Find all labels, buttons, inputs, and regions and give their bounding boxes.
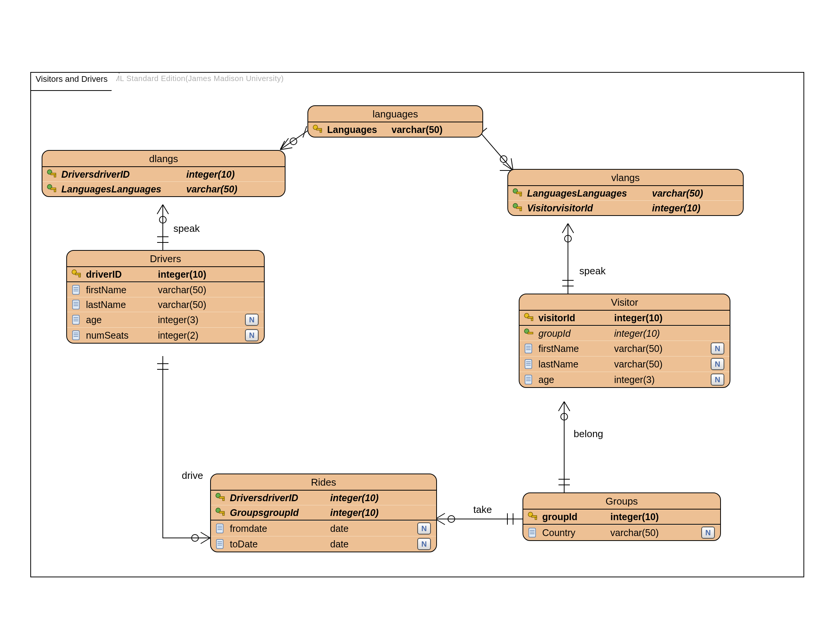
svg-rect-76 — [217, 524, 224, 533]
column-name: toDate — [230, 539, 330, 550]
column-type: integer(10) — [186, 169, 280, 180]
column-type: date — [330, 523, 413, 534]
column-icon — [523, 358, 535, 370]
foreign-key-icon — [215, 507, 226, 518]
column-type: integer(10) — [330, 507, 431, 518]
entity-vlangs[interactable]: vlangs LanguagesLanguages varchar(50) Vi… — [507, 169, 744, 216]
nullable-badge: N — [245, 329, 259, 341]
column-icon — [71, 314, 82, 325]
svg-rect-72 — [223, 499, 225, 501]
entity-rows: visitorId integer(10) groupId integer(10… — [519, 311, 730, 387]
entity-rows: DriversdriverID integer(10) LanguagesLan… — [42, 167, 285, 196]
column-name: LanguagesLanguages — [527, 188, 652, 199]
entity-title: dlangs — [42, 151, 285, 167]
nullable-badge: N — [711, 374, 724, 386]
column-name: DriversdriverID — [61, 169, 186, 180]
rel-label-belong: belong — [574, 428, 603, 440]
column-type: integer(10) — [610, 511, 715, 522]
foreign-key-icon — [46, 169, 58, 180]
entity-title: Drivers — [67, 251, 264, 267]
entity-drivers[interactable]: Drivers driverID integer(10) firstName v… — [66, 250, 265, 344]
primary-key-icon — [71, 269, 82, 280]
primary-key-icon — [527, 511, 539, 522]
svg-rect-62 — [525, 359, 532, 369]
svg-rect-41 — [73, 300, 79, 309]
entity-title: Rides — [211, 474, 436, 491]
nullable-badge: N — [417, 538, 431, 550]
column-name: Languages — [327, 124, 391, 135]
column-name: firstName — [539, 343, 614, 354]
entity-dlangs[interactable]: dlangs DriversdriverID integer(10) Langu… — [42, 150, 286, 197]
column-type: varchar(50) — [614, 343, 707, 354]
table-row: age integer(3) N — [519, 372, 730, 387]
column-name: groupId — [542, 511, 610, 522]
column-name: age — [86, 314, 158, 325]
table-row: age integer(3) N — [67, 312, 264, 327]
table-row: Languages varchar(50) — [308, 122, 482, 137]
svg-rect-87 — [529, 528, 536, 537]
column-name: VisitorvisitorId — [527, 203, 652, 214]
entity-title: languages — [308, 106, 482, 122]
rel-label-drive: drive — [182, 470, 203, 481]
column-icon — [215, 523, 226, 534]
entity-rows: groupId integer(10) Country varchar(50) … — [523, 510, 720, 540]
column-type: varchar(50) — [391, 124, 477, 135]
column-name: lastName — [539, 359, 614, 370]
column-name: groupId — [539, 328, 614, 339]
column-type: integer(10) — [652, 203, 738, 214]
foreign-key-icon — [512, 202, 523, 214]
foreign-key-icon — [215, 492, 226, 504]
table-row: driverID integer(10) — [67, 267, 264, 282]
column-name: lastName — [86, 299, 158, 310]
nullable-badge: N — [711, 343, 724, 354]
primary-key-icon — [523, 312, 535, 324]
column-type: integer(3) — [614, 374, 707, 385]
entity-visitor[interactable]: Visitor visitorId integer(10) groupId in… — [519, 294, 730, 388]
column-type: integer(10) — [614, 328, 724, 339]
svg-rect-57 — [528, 332, 533, 334]
svg-rect-37 — [73, 285, 79, 295]
table-row: firstName varchar(50) — [67, 282, 264, 297]
entity-title: Groups — [523, 493, 720, 510]
svg-rect-36 — [79, 275, 80, 277]
entity-rows: driverID integer(10) firstName varchar(5… — [67, 267, 264, 343]
foreign-key-icon — [523, 328, 535, 339]
rel-label-speak-drivers: speak — [174, 223, 199, 235]
column-type: varchar(50) — [610, 527, 698, 538]
entity-rides[interactable]: Rides DriversdriverID integer(10) Groups… — [210, 473, 437, 552]
svg-rect-86 — [535, 517, 537, 520]
entity-groups[interactable]: Groups groupId integer(10) Country varch… — [523, 493, 721, 541]
table-row: GroupsgroupId integer(10) — [211, 505, 436, 520]
column-type: integer(2) — [158, 330, 241, 341]
column-icon — [215, 538, 226, 550]
svg-rect-49 — [73, 331, 79, 340]
foreign-key-icon — [46, 184, 58, 195]
table-row: groupId integer(10) — [519, 326, 730, 341]
nullable-badge: N — [245, 314, 259, 326]
foreign-key-icon — [512, 188, 523, 199]
column-type: integer(10) — [158, 269, 259, 280]
table-row: LanguagesLanguages varchar(50) — [508, 186, 743, 200]
svg-rect-45 — [73, 315, 79, 324]
table-row: toDate date N — [211, 536, 436, 552]
column-name: numSeats — [86, 330, 158, 341]
column-name: Country — [542, 527, 610, 538]
table-row: lastName varchar(50) — [67, 297, 264, 312]
column-type: integer(3) — [158, 314, 241, 325]
table-row: Country varchar(50) N — [523, 525, 720, 540]
entity-languages[interactable]: languages Languages varchar(50) — [307, 105, 483, 137]
column-name: firstName — [86, 285, 158, 295]
table-row: numSeats integer(2) N — [67, 327, 264, 343]
nullable-badge: N — [417, 522, 431, 535]
entity-title: Visitor — [519, 295, 730, 311]
column-type: date — [330, 539, 413, 550]
column-icon — [71, 284, 82, 295]
nullable-badge: N — [711, 358, 724, 370]
column-icon — [71, 330, 82, 341]
rel-label-take: take — [473, 504, 492, 515]
svg-rect-75 — [223, 513, 225, 515]
svg-rect-30 — [520, 194, 522, 196]
table-row: DriversdriverID integer(10) — [42, 167, 285, 182]
svg-rect-21 — [320, 130, 322, 133]
column-icon — [523, 343, 535, 354]
